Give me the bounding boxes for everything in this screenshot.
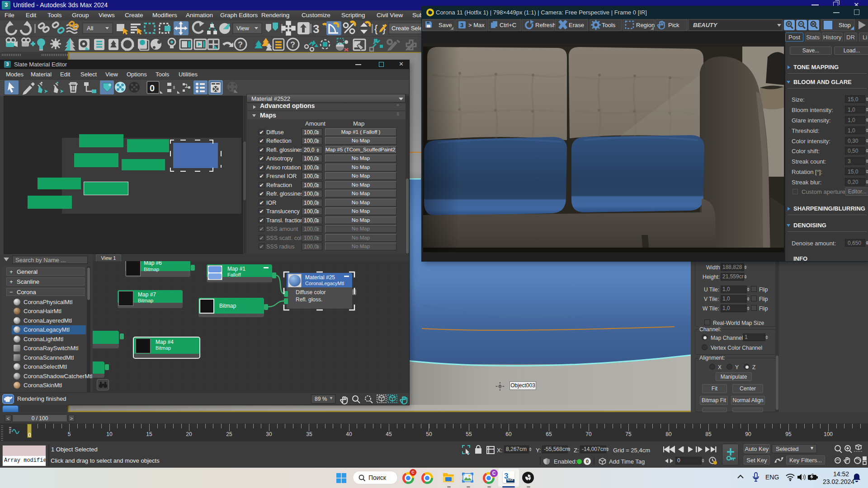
svg-text:View: View [236,25,250,32]
svg-text:All: All [87,25,94,32]
svg-text:3: 3 [313,22,319,36]
svg-text:?: ? [290,40,295,49]
svg-text:0: 0 [150,83,155,93]
svg-text:BEAUTY: BEAUTY [693,22,718,28]
svg-text:{: { [374,23,377,34]
svg-text:> Max: > Max [468,22,485,28]
svg-text:Stop: Stop [839,22,851,28]
svg-text:Pick: Pick [668,22,679,28]
svg-text:Save: Save [439,22,452,28]
svg-text:Tools: Tools [602,22,616,28]
svg-text:?: ? [238,40,243,49]
svg-text:3: 3 [460,22,463,28]
svg-text:Erase: Erase [569,22,584,28]
svg-text:Refresh: Refresh [535,22,556,28]
svg-text:Region: Region [636,22,655,28]
svg-text:Ctrl+C: Ctrl+C [500,22,516,28]
